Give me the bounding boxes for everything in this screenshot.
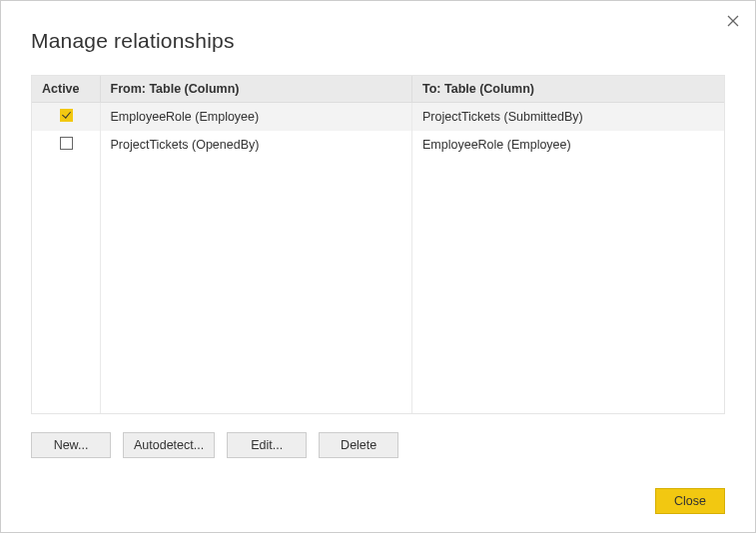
table-row[interactable]: ProjectTickets (OpenedBy)EmployeeRole (E…: [32, 131, 724, 159]
col-header-from[interactable]: From: Table (Column): [100, 76, 412, 103]
col-header-active[interactable]: Active: [32, 76, 100, 103]
autodetect-button[interactable]: Autodetect...: [123, 432, 215, 458]
close-icon[interactable]: [721, 9, 745, 33]
active-checkbox[interactable]: [60, 109, 73, 122]
delete-button[interactable]: Delete: [319, 432, 398, 458]
new-button[interactable]: New...: [31, 432, 111, 458]
table-row[interactable]: EmployeeRole (Employee)ProjectTickets (S…: [32, 103, 724, 132]
edit-button[interactable]: Edit...: [227, 432, 307, 458]
from-cell: EmployeeRole (Employee): [100, 103, 412, 132]
dialog-title: Manage relationships: [31, 29, 725, 53]
from-cell: ProjectTickets (OpenedBy): [100, 131, 412, 159]
action-button-row: New... Autodetect... Edit... Delete: [31, 432, 725, 458]
close-button[interactable]: Close: [655, 488, 725, 514]
col-header-to[interactable]: To: Table (Column): [412, 76, 725, 103]
to-cell: EmployeeRole (Employee): [412, 131, 725, 159]
manage-relationships-dialog: Manage relationships Active From: Table …: [0, 0, 756, 533]
active-checkbox[interactable]: [60, 137, 73, 150]
relationships-table: Active From: Table (Column) To: Table (C…: [31, 75, 725, 414]
to-cell: ProjectTickets (SubmittedBy): [412, 103, 725, 132]
table-filler: [32, 159, 724, 414]
dialog-footer: Close: [655, 488, 725, 514]
